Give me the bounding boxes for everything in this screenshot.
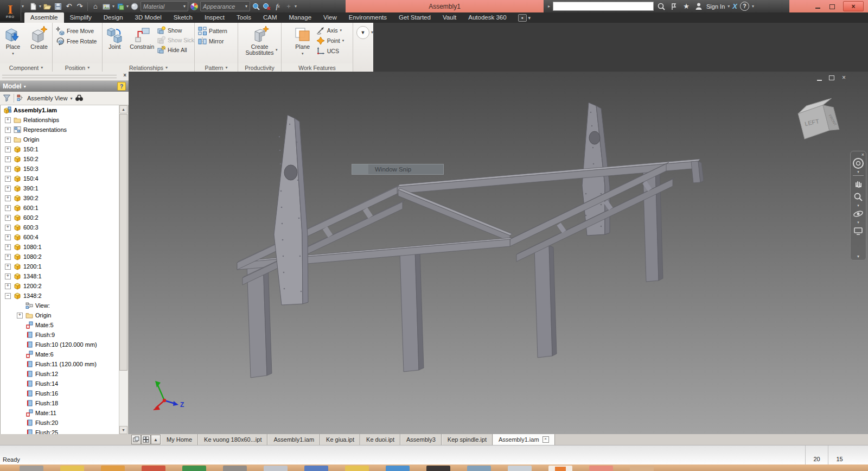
help-icon[interactable]: ? bbox=[740, 2, 749, 11]
ribbon-tab-vault[interactable]: Vault bbox=[437, 12, 462, 23]
subscription-icon[interactable] bbox=[669, 2, 679, 11]
sign-in-label[interactable]: Sign In bbox=[706, 3, 725, 10]
ribbon-tab-autodesk-360[interactable]: Autodesk 360 bbox=[462, 12, 512, 23]
free-move-button[interactable]: Free Move bbox=[56, 27, 97, 35]
tree-item-origin[interactable]: +Origin bbox=[1, 135, 119, 144]
scroll-down-icon[interactable]: ▼ bbox=[119, 426, 127, 434]
tree-item-150-1[interactable]: +150:1 bbox=[1, 144, 119, 154]
tree-item-flush-25[interactable]: Flush:25 bbox=[1, 428, 119, 434]
ribbon-tab-tools[interactable]: Tools bbox=[231, 12, 257, 23]
material-dropdown[interactable]: Material▾ bbox=[141, 1, 188, 11]
tree-item-1200-1[interactable]: +1200:1 bbox=[1, 262, 119, 271]
tree-expander-icon[interactable]: + bbox=[5, 127, 11, 133]
tree-expander-icon[interactable]: + bbox=[5, 234, 11, 240]
material-sphere-icon[interactable] bbox=[130, 2, 139, 11]
navigation-wheel-icon[interactable] bbox=[852, 157, 865, 170]
taskbar-app-8[interactable] bbox=[304, 466, 328, 471]
redo-icon[interactable]: ↷ bbox=[75, 2, 85, 11]
restore-button[interactable] bbox=[829, 4, 835, 9]
appearance-dropdown[interactable]: Appearance▾ bbox=[200, 1, 250, 11]
tree-expander-icon[interactable]: + bbox=[5, 254, 11, 260]
panel-label-position[interactable]: Position▾ bbox=[53, 63, 102, 72]
navbar-menu-icon[interactable]: ▾ bbox=[857, 254, 859, 259]
parameters-fx-icon[interactable]: fx bbox=[273, 2, 283, 11]
tree-expander-icon[interactable]: + bbox=[5, 283, 11, 289]
search-collapse-icon[interactable]: ▸ bbox=[548, 4, 550, 9]
pattern-button[interactable]: Pattern bbox=[198, 27, 227, 35]
tree-item-flush-18[interactable]: Flush:18 bbox=[1, 398, 119, 408]
taskbar-app-2[interactable] bbox=[60, 466, 84, 471]
adjust-icon[interactable] bbox=[251, 2, 261, 11]
search-binoculars-icon[interactable] bbox=[75, 94, 84, 103]
doc-tab-assembly1-iam[interactable]: Assembly1.iam bbox=[267, 434, 320, 445]
browser-grip[interactable]: × bbox=[0, 72, 129, 81]
tree-item-390-2[interactable]: +390:2 bbox=[1, 193, 119, 203]
taskbar-app-13[interactable] bbox=[508, 466, 532, 471]
taskbar-app-6[interactable] bbox=[223, 466, 247, 471]
tree-item-390-1[interactable]: +390:1 bbox=[1, 183, 119, 193]
tree-item-600-1[interactable]: +600:1 bbox=[1, 203, 119, 213]
free-rotate-button[interactable]: Free Rotate bbox=[56, 37, 97, 46]
tree-expander-icon[interactable]: + bbox=[5, 137, 11, 143]
constrain-button[interactable]: Constrain bbox=[128, 24, 156, 50]
point-button[interactable]: Point▾ bbox=[316, 36, 344, 45]
taskbar-app-7[interactable] bbox=[264, 466, 288, 471]
open-icon[interactable] bbox=[42, 2, 52, 11]
doc-minimize-icon[interactable] bbox=[816, 75, 824, 81]
clear-adjust-icon[interactable] bbox=[262, 2, 272, 11]
filter-icon[interactable] bbox=[3, 94, 11, 103]
tree-item-1080-1[interactable]: +1080:1 bbox=[1, 242, 119, 252]
orbit-icon[interactable] bbox=[852, 207, 865, 220]
pan-icon[interactable] bbox=[852, 177, 865, 190]
tree-item-1348-2[interactable]: −1348:2 bbox=[1, 291, 119, 301]
taskbar-app-4[interactable] bbox=[142, 466, 165, 471]
navbar-close-icon[interactable]: × bbox=[861, 152, 864, 157]
taskbar-app-11[interactable] bbox=[426, 466, 450, 471]
taskbar-app-1[interactable] bbox=[20, 466, 43, 471]
tree-expander-icon[interactable]: + bbox=[5, 264, 11, 270]
panel-label-component[interactable]: Component▾ bbox=[0, 63, 52, 72]
tree-item-mate-11[interactable]: Mate:11 bbox=[1, 408, 119, 418]
panel-label-pattern[interactable]: Pattern▾ bbox=[195, 63, 238, 72]
tree-item-flush-9[interactable]: Flush:9 bbox=[1, 330, 119, 340]
joint-button[interactable]: Joint bbox=[103, 24, 127, 50]
tree-item-flush-11-120-000-mm[interactable]: Flush:11 (120.000 mm) bbox=[1, 359, 119, 369]
plane-button[interactable]: Plane ▾ bbox=[290, 24, 315, 56]
tree-item-mate-6[interactable]: Mate:6 bbox=[1, 349, 119, 359]
tree-expander-icon[interactable]: + bbox=[5, 205, 11, 211]
favorites-star-icon[interactable]: ★ bbox=[681, 2, 691, 11]
zoom-icon[interactable] bbox=[852, 190, 865, 203]
tree-expander-icon[interactable]: + bbox=[5, 225, 11, 231]
view-cube[interactable]: LEFT FRONT bbox=[796, 98, 840, 139]
mirror-button[interactable]: Mirror bbox=[198, 37, 227, 46]
taskbar-app-15[interactable] bbox=[589, 466, 613, 471]
panel-label-work-features[interactable]: Work Features bbox=[282, 63, 353, 72]
doc-tab-assembly3[interactable]: Assembly3 bbox=[400, 434, 442, 445]
ribbon-tab-assemble[interactable]: Assemble bbox=[24, 12, 64, 23]
doc-tab-ke-giua-ipt[interactable]: Ke giua.ipt bbox=[320, 434, 360, 445]
graphics-viewport[interactable]: LEFT FRONT Z Window Snip bbox=[129, 72, 868, 434]
component-swatch-icon[interactable] bbox=[116, 2, 125, 11]
tree-expander-icon[interactable]: + bbox=[5, 117, 11, 123]
ribbon-tab-inspect[interactable]: Inspect bbox=[199, 12, 231, 23]
tree-item-1348-1[interactable]: +1348:1 bbox=[1, 271, 119, 281]
browser-help-icon[interactable]: ? bbox=[117, 82, 126, 91]
browser-header[interactable]: Model ▾ ? bbox=[0, 81, 129, 92]
tree-item-600-2[interactable]: +600:2 bbox=[1, 213, 119, 222]
tree-item-1200-2[interactable]: +1200:2 bbox=[1, 281, 119, 291]
swatch-dropdown-icon[interactable]: ▾ bbox=[126, 4, 129, 9]
doc-tab-my-home[interactable]: My Home bbox=[161, 434, 198, 445]
tree-item-flush-20[interactable]: Flush:20 bbox=[1, 418, 119, 428]
exchange-apps-icon[interactable]: X bbox=[732, 2, 737, 10]
create-button[interactable]: Create bbox=[27, 24, 52, 50]
app-logo-button[interactable]: I PRO bbox=[0, 0, 21, 21]
tree-item-representations[interactable]: +Representations bbox=[1, 125, 119, 135]
search-input[interactable] bbox=[553, 2, 654, 11]
screenshot-icon[interactable] bbox=[101, 2, 111, 11]
tree-item-origin[interactable]: +Origin bbox=[1, 310, 119, 320]
doc-tab-ke-duoi-ipt[interactable]: Ke duoi.ipt bbox=[360, 434, 400, 445]
tree-expander-icon[interactable]: + bbox=[5, 166, 11, 172]
orbit-dropdown-icon[interactable]: ▾ bbox=[857, 220, 859, 224]
minimize-button[interactable] bbox=[815, 4, 821, 9]
taskbar-app-16[interactable] bbox=[630, 466, 654, 471]
